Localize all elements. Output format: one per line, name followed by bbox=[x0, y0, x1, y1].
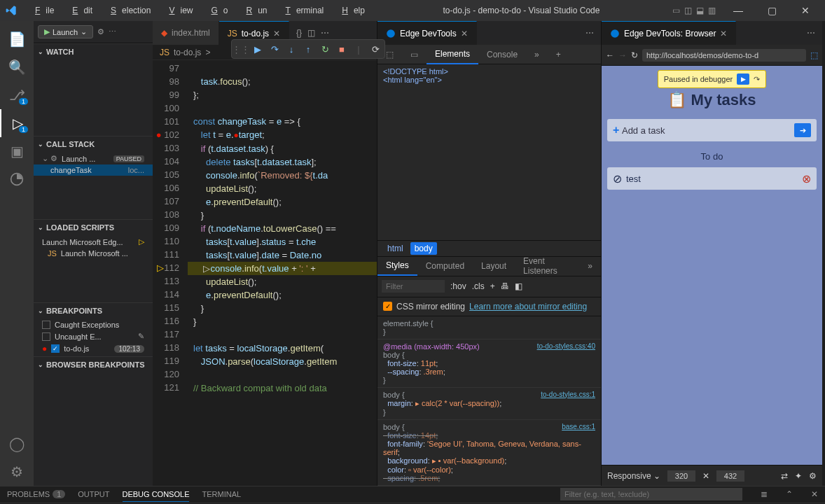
more-icon[interactable]: ⋯ bbox=[109, 27, 116, 36]
height-input[interactable] bbox=[716, 470, 744, 482]
back-button[interactable]: ← bbox=[606, 50, 614, 60]
restart-button[interactable]: ↻ bbox=[317, 41, 333, 57]
launch-config-dropdown[interactable]: ▶ Launch ⌄ bbox=[38, 25, 93, 38]
menu-run[interactable]: Run bbox=[235, 3, 273, 18]
elements-tab[interactable]: Elements bbox=[427, 45, 478, 64]
task-item[interactable]: ⊘ test ⊗ bbox=[607, 167, 817, 190]
maximize-button[interactable]: ▢ bbox=[758, 5, 786, 16]
breakpoints-section[interactable]: ⌄BREAKPOINTS bbox=[34, 302, 153, 318]
step-over-button[interactable]: ↷ bbox=[267, 41, 282, 57]
bp-uncaught[interactable]: Uncaught E...✎ bbox=[34, 330, 153, 342]
mirror-checkbox[interactable]: ✓ bbox=[383, 302, 392, 311]
more-icon[interactable]: » bbox=[579, 256, 601, 276]
more-icon[interactable]: ⋯ bbox=[585, 28, 594, 38]
delete-icon[interactable]: ⊗ bbox=[802, 172, 811, 186]
loaded-script-item[interactable]: JSLaunch Microsoft ... bbox=[34, 248, 153, 259]
dom-line[interactable]: <!DOCTYPE html> bbox=[383, 67, 595, 76]
stop-button[interactable]: ■ bbox=[334, 41, 349, 57]
close-icon[interactable]: ✕ bbox=[461, 29, 468, 38]
resume-icon[interactable]: ▶ bbox=[737, 74, 749, 85]
submit-icon[interactable]: ➔ bbox=[794, 123, 811, 137]
search-icon[interactable]: 🔍 bbox=[0, 53, 34, 81]
crumb-html[interactable]: html bbox=[383, 242, 408, 255]
extensions-icon[interactable]: ▣ bbox=[0, 137, 34, 165]
close-icon[interactable]: ✕ bbox=[273, 29, 280, 38]
more-tabs[interactable]: » bbox=[526, 45, 548, 64]
source-control-icon[interactable]: ⎇1 bbox=[0, 81, 34, 109]
account-icon[interactable]: ◯ bbox=[0, 430, 34, 458]
dom-line[interactable]: <html lang="en"> bbox=[383, 76, 595, 84]
output-tab[interactable]: OUTPUT bbox=[78, 490, 109, 498]
drag-handle[interactable]: ⋮⋮ bbox=[233, 41, 249, 57]
debug-console-tab[interactable]: DEBUG CONSOLE bbox=[123, 490, 190, 502]
step-out-button[interactable]: ↑ bbox=[300, 41, 316, 57]
explorer-icon[interactable]: 📄 bbox=[0, 25, 34, 53]
tab-browser[interactable]: Edge DevTools: Browser✕ bbox=[602, 21, 736, 45]
menu-selection[interactable]: Selection bbox=[99, 3, 156, 18]
terminal-tab[interactable]: TERMINAL bbox=[202, 490, 241, 498]
menu-help[interactable]: Help bbox=[331, 3, 370, 18]
edge-icon[interactable] bbox=[0, 165, 34, 193]
styles-filter-input[interactable] bbox=[382, 280, 445, 293]
split-icon[interactable]: ◫ bbox=[307, 28, 315, 38]
menu-edit[interactable]: Edit bbox=[61, 3, 98, 18]
watch-section[interactable]: ⌄WATCH bbox=[34, 43, 153, 59]
rotate-icon[interactable]: ⇄ bbox=[781, 471, 788, 481]
more-icon[interactable]: ⋯ bbox=[321, 28, 329, 38]
menu-terminal[interactable]: Terminal bbox=[275, 3, 330, 18]
callstack-thread[interactable]: ⌄ ⚙Launch ... PAUSED bbox=[34, 153, 153, 164]
filter-icon[interactable]: ≣ bbox=[761, 489, 768, 499]
minimize-button[interactable]: — bbox=[724, 5, 752, 16]
add-tab[interactable]: + bbox=[548, 45, 569, 64]
bp-caught[interactable]: Caught Exceptions bbox=[34, 319, 153, 330]
tab-index-html[interactable]: ◆index.html bbox=[153, 21, 219, 45]
layout-tab[interactable]: Layout bbox=[473, 256, 515, 276]
console-filter-input[interactable] bbox=[560, 488, 742, 500]
step-into-button[interactable]: ↓ bbox=[284, 41, 299, 57]
tab-devtools[interactable]: Edge DevTools✕ bbox=[377, 21, 477, 45]
toggle-icon[interactable]: ◧ bbox=[515, 281, 522, 291]
loaded-script-item[interactable]: Launch Microsoft Edg...▷ bbox=[34, 236, 153, 248]
menu-view[interactable]: View bbox=[158, 3, 198, 18]
wand-icon[interactable]: ✦ bbox=[795, 471, 802, 481]
code-editor[interactable]: 979899100101● 10210310410510610710810911… bbox=[153, 60, 377, 486]
gear-icon[interactable]: ⚙ bbox=[809, 471, 817, 481]
check-icon[interactable]: ⊘ bbox=[613, 172, 622, 186]
mirror-link[interactable]: Learn more about mirror editing bbox=[469, 302, 587, 312]
toggle-icon[interactable]: ⟳ bbox=[368, 41, 383, 57]
layout-icon[interactable]: ◫ bbox=[684, 6, 692, 15]
loaded-scripts-section[interactable]: ⌄LOADED SCRIPTS bbox=[34, 219, 153, 234]
callstack-section[interactable]: ⌄CALL STACK bbox=[34, 136, 153, 151]
collapse-icon[interactable]: ⌃ bbox=[786, 489, 793, 499]
menu-file[interactable]: File bbox=[24, 3, 60, 18]
bp-file[interactable]: ●✓to-do.js102:13 bbox=[34, 342, 153, 355]
inspect-icon[interactable]: ⬚ bbox=[810, 50, 818, 60]
console-tab[interactable]: Console bbox=[478, 45, 526, 64]
reload-button[interactable]: ↻ bbox=[631, 50, 638, 60]
close-panel-icon[interactable]: ✕ bbox=[811, 489, 818, 499]
crumb-body[interactable]: body bbox=[410, 242, 437, 255]
computed-tab[interactable]: Computed bbox=[417, 256, 473, 276]
layout-icon[interactable]: ▭ bbox=[672, 6, 680, 15]
add-task-input[interactable]: + Add a task ➔ bbox=[607, 119, 817, 141]
add-rule-icon[interactable]: + bbox=[490, 281, 495, 291]
width-input[interactable] bbox=[667, 470, 695, 482]
browser-bp-section[interactable]: ⌄BROWSER BREAKPOINTS bbox=[34, 356, 153, 372]
gear-icon[interactable]: ⚙ bbox=[97, 27, 104, 36]
more-icon[interactable]: ⋯ bbox=[807, 28, 815, 38]
problems-tab[interactable]: PROBLEMS 1 bbox=[7, 490, 65, 498]
close-button[interactable]: ✕ bbox=[791, 5, 819, 16]
eventlisteners-tab[interactable]: Event Listeners bbox=[515, 256, 579, 276]
continue-button[interactable]: ▶ bbox=[250, 41, 265, 57]
callstack-frame[interactable]: changeTask loc... bbox=[34, 164, 153, 176]
device-icon[interactable]: ▭ bbox=[402, 45, 427, 64]
responsive-dropdown[interactable]: Responsive ⌄ bbox=[607, 471, 660, 481]
copy-icon[interactable]: 🖷 bbox=[501, 281, 509, 291]
layout-icon[interactable]: ▥ bbox=[708, 6, 716, 15]
settings-icon[interactable]: ⚙ bbox=[0, 458, 34, 486]
forward-button[interactable]: → bbox=[618, 50, 627, 60]
layout-icon[interactable]: ⬓ bbox=[696, 6, 704, 15]
hov-toggle[interactable]: :hov bbox=[450, 281, 466, 291]
address-bar[interactable]: http://localhost/demos/demo-to-d bbox=[642, 49, 806, 62]
close-icon[interactable]: ✕ bbox=[720, 29, 727, 38]
